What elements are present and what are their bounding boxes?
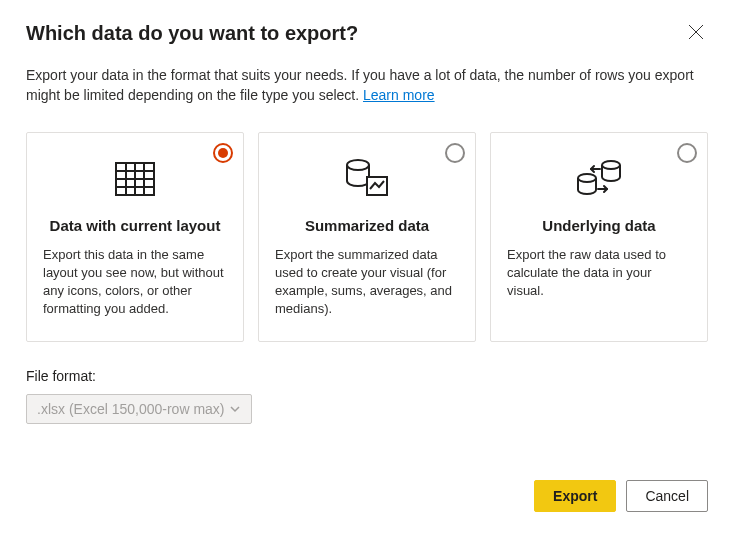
option-underlying[interactable]: Underlying data Export the raw data used… [490,132,708,342]
summarized-icon [345,159,389,199]
file-format-select[interactable]: .xlsx (Excel 150,000-row max) [26,394,252,424]
svg-point-9 [347,160,369,170]
dialog-title: Which data do you want to export? [26,22,358,45]
option-title: Underlying data [507,217,691,234]
file-format-label: File format: [26,368,708,384]
dialog-footer: Export Cancel [534,480,708,512]
cancel-button[interactable]: Cancel [626,480,708,512]
radio-unselected[interactable] [677,143,697,163]
dialog-description: Export your data in the format that suit… [26,65,708,106]
close-button[interactable] [684,22,708,47]
export-button[interactable]: Export [534,480,616,512]
close-icon [688,24,704,40]
underlying-icon [575,159,623,199]
option-current-layout[interactable]: Data with current layout Export this dat… [26,132,244,342]
option-description: Export this data in the same layout you … [43,246,227,319]
svg-point-11 [578,174,596,182]
option-description: Export the raw data used to calculate th… [507,246,691,301]
description-text: Export your data in the format that suit… [26,67,694,103]
chevron-down-icon [229,403,241,415]
radio-unselected[interactable] [445,143,465,163]
table-icon [115,162,155,196]
option-title: Data with current layout [43,217,227,234]
svg-point-12 [602,161,620,169]
option-description: Export the summarized data used to creat… [275,246,459,319]
radio-selected[interactable] [213,143,233,163]
file-format-value: .xlsx (Excel 150,000-row max) [37,401,225,417]
radio-dot-icon [218,148,228,158]
learn-more-link[interactable]: Learn more [363,87,435,103]
export-options: Data with current layout Export this dat… [26,132,708,342]
option-summarized[interactable]: Summarized data Export the summarized da… [258,132,476,342]
option-title: Summarized data [275,217,459,234]
